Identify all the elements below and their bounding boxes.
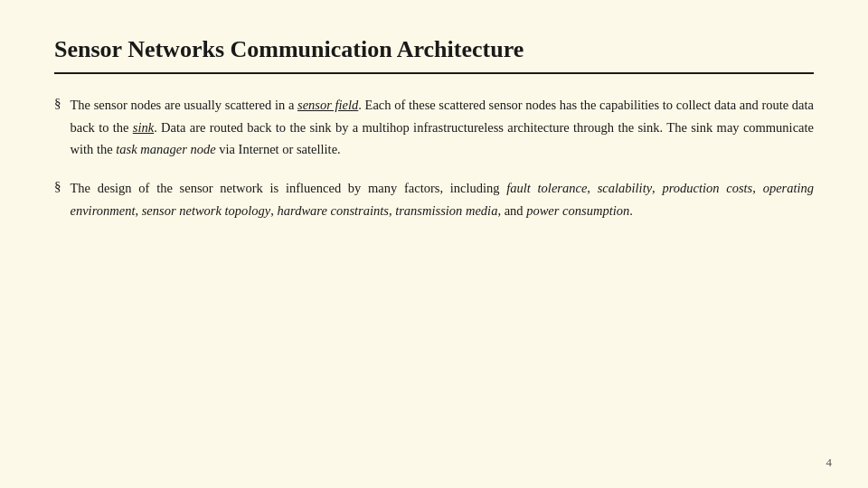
- bullet-text-2: The design of the sensor network is infl…: [71, 177, 815, 221]
- page-number: 4: [826, 455, 833, 470]
- slide-content: § The sensor nodes are usually scattered…: [54, 94, 814, 221]
- bullet-symbol-1: §: [54, 96, 61, 111]
- slide: Sensor Networks Communication Architectu…: [0, 0, 868, 488]
- bullet-symbol-2: §: [54, 179, 61, 194]
- slide-title: Sensor Networks Communication Architectu…: [54, 36, 814, 63]
- title-divider: [54, 72, 814, 74]
- bullet-item-1: § The sensor nodes are usually scattered…: [54, 94, 814, 161]
- bullet-text-1: The sensor nodes are usually scattered i…: [71, 94, 815, 161]
- bullet-item-2: § The design of the sensor network is in…: [54, 177, 814, 221]
